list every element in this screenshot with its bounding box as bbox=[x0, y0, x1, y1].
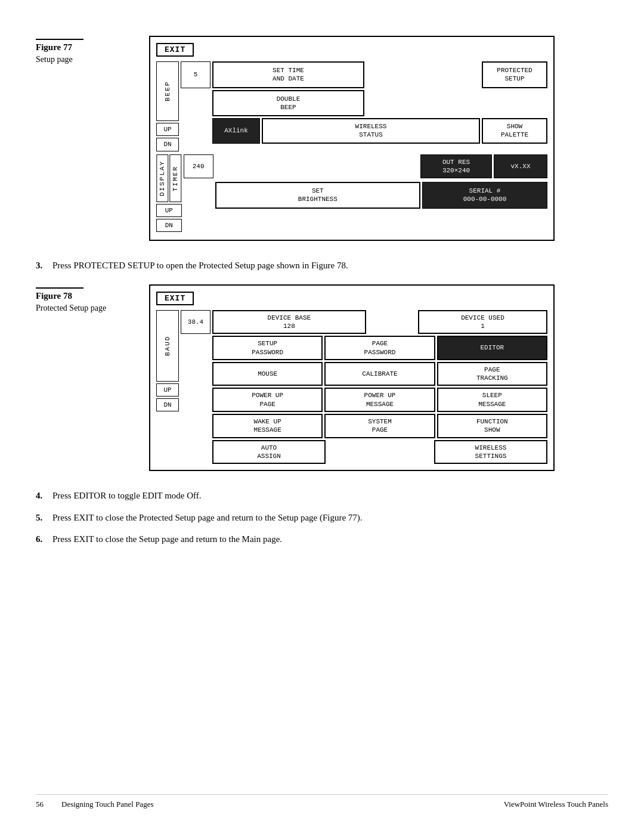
num-240: 240 bbox=[184, 154, 213, 179]
figure-77-panel: EXIT BEEP UP DN bbox=[149, 36, 555, 241]
figure-78-side: Figure 78 Protected Setup page bbox=[36, 284, 131, 319]
system-page-btn[interactable]: SYSTEMPAGE bbox=[324, 414, 435, 438]
dn-btn-1[interactable]: DN bbox=[156, 138, 179, 151]
serial-num-btn[interactable]: SERIAL #000-00-0000 bbox=[422, 182, 547, 209]
step-5-text: Press EXIT to close the Protected Setup … bbox=[52, 511, 363, 525]
wireless-settings-btn[interactable]: WIRELESSSETTINGS bbox=[434, 440, 547, 465]
function-show-btn[interactable]: FUNCTIONSHOW bbox=[437, 414, 547, 438]
step-6-num: 6. bbox=[36, 532, 48, 546]
double-beep-btn[interactable]: DOUBLEBEEP bbox=[212, 90, 364, 117]
step-4-num: 4. bbox=[36, 489, 48, 503]
power-up-page-btn[interactable]: POWER UPPAGE bbox=[212, 388, 323, 412]
step-3: 3. Press PROTECTED SETUP to open the Pro… bbox=[36, 259, 608, 272]
out-res-btn[interactable]: OUT RES320×240 bbox=[420, 154, 492, 179]
step-6: 6. Press EXIT to close the Setup page an… bbox=[36, 532, 608, 546]
step-3-num: 3. bbox=[36, 259, 48, 272]
sleep-message-btn[interactable]: SLEEPMESSAGE bbox=[437, 388, 547, 412]
page-footer: 56 Designing Touch Panel Pages ViewPoint… bbox=[36, 794, 608, 809]
dn-btn-3[interactable]: DN bbox=[156, 398, 179, 411]
calibrate-btn[interactable]: CALIBRATE bbox=[324, 362, 435, 386]
dn-btn-2[interactable]: DN bbox=[156, 219, 182, 232]
page-number: 56 bbox=[36, 800, 44, 809]
set-time-date[interactable]: SET TIMEAND DATE bbox=[212, 61, 364, 88]
mouse-btn[interactable]: MOUSE bbox=[212, 362, 323, 386]
setup-password-btn[interactable]: SETUPPASSWORD bbox=[212, 336, 323, 360]
fig77-content: BEEP UP DN 5 SET TIMEAND DATE PROTECTE bbox=[156, 61, 547, 232]
figure-78-panel: EXIT BAUD UP DN 38.4 DEVICE BASE128 bbox=[149, 284, 555, 472]
num-5: 5 bbox=[181, 61, 210, 88]
baud-label: BAUD bbox=[156, 310, 179, 382]
device-used-btn[interactable]: DEVICE USED1 bbox=[418, 310, 547, 335]
step-6-text: Press EXIT to close the Setup page and r… bbox=[52, 532, 282, 546]
device-base-btn[interactable]: DEVICE BASE128 bbox=[212, 310, 366, 335]
figure-78-label: Figure 78 bbox=[36, 287, 83, 301]
figure-78-row: Figure 78 Protected Setup page EXIT BAUD… bbox=[36, 284, 608, 472]
up-btn-2[interactable]: UP bbox=[156, 204, 182, 217]
step-4: 4. Press EDITOR to toggle EDIT mode Off. bbox=[36, 489, 608, 503]
wake-up-message-btn[interactable]: WAKE UPMESSAGE bbox=[212, 414, 323, 438]
power-up-message-btn[interactable]: POWER UPMESSAGE bbox=[324, 388, 435, 412]
figure-77-caption: Setup page bbox=[36, 55, 131, 64]
fig77-row1: BEEP UP DN 5 SET TIMEAND DATE PROTECTE bbox=[156, 61, 547, 151]
step-3-text: Press PROTECTED SETUP to open the Protec… bbox=[52, 259, 348, 272]
up-btn-3[interactable]: UP bbox=[156, 383, 179, 397]
protected-setup-btn[interactable]: PROTECTEDSETUP bbox=[482, 61, 547, 88]
fig77-row2: DISPLAY TIMER UP DN 240 OUT RES320×240 bbox=[156, 154, 547, 233]
num-384: 38.4 bbox=[181, 310, 210, 335]
fig78-content: BAUD UP DN 38.4 DEVICE BASE128 DEVICE US… bbox=[156, 310, 547, 465]
display-label: DISPLAY bbox=[156, 154, 168, 202]
step-5-num: 5. bbox=[36, 511, 48, 525]
fig78-exit-btn[interactable]: EXIT bbox=[156, 292, 194, 305]
footer-title: Designing Touch Panel Pages bbox=[61, 800, 153, 809]
step-4-text: Press EDITOR to toggle EDIT mode Off. bbox=[52, 489, 202, 503]
figure-77-label: Figure 77 bbox=[36, 39, 83, 52]
step-5: 5. Press EXIT to close the Protected Set… bbox=[36, 511, 608, 525]
timer-label: TIMER bbox=[169, 154, 181, 202]
beep-label: BEEP bbox=[156, 61, 179, 121]
page-password-btn[interactable]: PAGEPASSWORD bbox=[324, 336, 435, 360]
fig77-exit-btn[interactable]: EXIT bbox=[156, 43, 194, 57]
axlink-btn[interactable]: AXlink bbox=[212, 118, 260, 144]
wireless-status-btn[interactable]: WIRELESSSTATUS bbox=[262, 118, 480, 144]
editor-btn[interactable]: EDITOR bbox=[437, 336, 547, 360]
set-brightness-btn[interactable]: SETBRIGHTNESS bbox=[215, 182, 420, 209]
figure-77-side: Figure 77 Setup page bbox=[36, 36, 131, 70]
auto-assign-btn[interactable]: AUTOASSIGN bbox=[212, 440, 326, 465]
show-palette-btn[interactable]: SHOWPALETTE bbox=[482, 118, 547, 144]
up-btn-1[interactable]: UP bbox=[156, 123, 179, 136]
steps-section: 4. Press EDITOR to toggle EDIT mode Off.… bbox=[36, 489, 608, 546]
vx-btn[interactable]: vX.XX bbox=[494, 154, 547, 179]
figure-78-caption: Protected Setup page bbox=[36, 304, 131, 313]
page-tracking-btn[interactable]: PAGETRACKING bbox=[437, 362, 547, 386]
footer-right: ViewPoint Wireless Touch Panels bbox=[504, 800, 608, 809]
figure-77-row: Figure 77 Setup page EXIT BEEP UP DN bbox=[36, 36, 608, 241]
